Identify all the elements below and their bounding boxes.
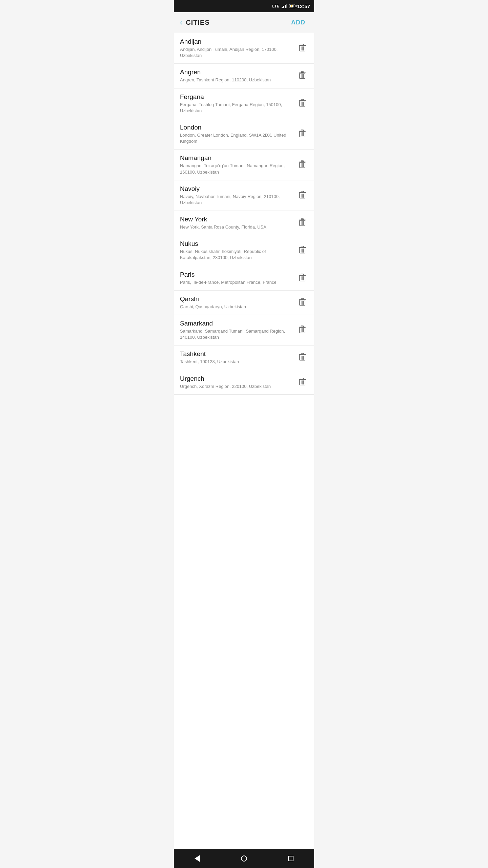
list-item: NukusNukus, Nukus shahri hokimiyati, Rep… bbox=[174, 235, 314, 266]
city-address: Fergana, Toshloq Tumani, Fergana Region,… bbox=[180, 102, 292, 114]
list-item: AndijanAndijan, Andijon Tumani, Andijan … bbox=[174, 33, 314, 64]
svg-rect-59 bbox=[301, 298, 303, 299]
page-header: ‹ CITIES ADD bbox=[174, 12, 314, 33]
list-item: QarshiQarshi, Qashqadaryo, Uzbekistan bbox=[174, 291, 314, 315]
svg-rect-77 bbox=[301, 378, 303, 379]
home-nav-icon bbox=[241, 855, 247, 862]
svg-rect-41 bbox=[301, 219, 303, 220]
city-address: Tashkent, 100128, Uzbekistan bbox=[180, 359, 292, 365]
recents-nav-icon bbox=[288, 856, 293, 861]
lte-label: LTE bbox=[272, 4, 279, 8]
svg-rect-0 bbox=[282, 7, 283, 8]
list-item: LondonLondon, Greater London, England, S… bbox=[174, 119, 314, 150]
delete-city-button[interactable] bbox=[297, 127, 308, 141]
list-item: AngrenAngren, Tashkent Region, 110200, U… bbox=[174, 64, 314, 88]
status-bar: LTE ⚡ 12:57 bbox=[174, 0, 314, 12]
delete-city-button[interactable] bbox=[297, 189, 308, 202]
city-name: Andijan bbox=[180, 38, 292, 45]
city-name: Nukus bbox=[180, 240, 292, 248]
city-address: Angren, Tashkent Region, 110200, Uzbekis… bbox=[180, 77, 292, 83]
city-address: Andijan, Andijon Tumani, Andijan Region,… bbox=[180, 46, 292, 59]
delete-city-button[interactable] bbox=[297, 97, 308, 111]
city-info: AngrenAngren, Tashkent Region, 110200, U… bbox=[180, 68, 297, 83]
svg-rect-2 bbox=[285, 5, 286, 8]
city-info: NukusNukus, Nukus shahri hokimiyati, Rep… bbox=[180, 240, 297, 261]
city-address: Namangan, To'raqo'rg'on Tumani, Namangan… bbox=[180, 163, 292, 175]
back-nav-icon bbox=[195, 855, 200, 862]
city-name: London bbox=[180, 124, 292, 131]
city-info: AndijanAndijan, Andijon Tumani, Andijan … bbox=[180, 38, 297, 59]
delete-city-button[interactable] bbox=[297, 323, 308, 337]
delete-city-button[interactable] bbox=[297, 158, 308, 172]
list-item: SamarkandSamarkand, Samarqand Tumani, Sa… bbox=[174, 315, 314, 346]
city-info: NavoiyNavoiy, Navbahor Tumani, Navoiy Re… bbox=[180, 185, 297, 206]
navigation-bar bbox=[174, 849, 314, 868]
city-address: Paris, Ile-de-France, Metropolitan Franc… bbox=[180, 279, 292, 285]
svg-rect-53 bbox=[301, 274, 303, 275]
city-name: New York bbox=[180, 216, 292, 223]
city-address: Nukus, Nukus shahri hokimiyati, Republic… bbox=[180, 249, 292, 261]
svg-rect-3 bbox=[286, 4, 287, 8]
recents-nav-button[interactable] bbox=[280, 853, 302, 864]
delete-city-button[interactable] bbox=[297, 296, 308, 310]
city-info: QarshiQarshi, Qashqadaryo, Uzbekistan bbox=[180, 295, 297, 310]
city-name: Navoiy bbox=[180, 185, 292, 193]
status-time: 12:57 bbox=[297, 3, 310, 9]
delete-city-button[interactable] bbox=[297, 243, 308, 257]
delete-city-button[interactable] bbox=[297, 271, 308, 285]
svg-rect-23 bbox=[301, 130, 303, 131]
back-button[interactable]: ‹ bbox=[180, 19, 182, 26]
home-nav-button[interactable] bbox=[233, 853, 255, 864]
delete-city-button[interactable] bbox=[297, 351, 308, 364]
signal-icon bbox=[282, 4, 287, 8]
city-info: ParisParis, Ile-de-France, Metropolitan … bbox=[180, 271, 297, 285]
city-name: Tashkent bbox=[180, 350, 292, 358]
city-address: Qarshi, Qashqadaryo, Uzbekistan bbox=[180, 304, 292, 310]
svg-rect-5 bbox=[301, 44, 303, 45]
add-city-button[interactable]: ADD bbox=[288, 18, 308, 27]
city-info: SamarkandSamarkand, Samarqand Tumani, Sa… bbox=[180, 320, 297, 340]
battery-icon: ⚡ bbox=[289, 4, 295, 8]
city-address: Navoiy, Navbahor Tumani, Navoiy Region, … bbox=[180, 194, 292, 206]
page-title: CITIES bbox=[186, 19, 209, 26]
list-item: UrgenchUrgench, Xorazm Region, 220100, U… bbox=[174, 370, 314, 395]
svg-rect-29 bbox=[301, 161, 303, 162]
svg-rect-35 bbox=[301, 191, 303, 192]
list-item: NavoiyNavoiy, Navbahor Tumani, Navoiy Re… bbox=[174, 180, 314, 211]
delete-city-button[interactable] bbox=[297, 375, 308, 389]
svg-rect-17 bbox=[301, 99, 303, 100]
svg-rect-47 bbox=[301, 246, 303, 247]
city-name: Namangan bbox=[180, 154, 292, 162]
city-info: FerganaFergana, Toshloq Tumani, Fergana … bbox=[180, 93, 297, 114]
delete-city-button[interactable] bbox=[297, 41, 308, 55]
back-nav-button[interactable] bbox=[186, 852, 208, 865]
list-item: TashkentTashkent, 100128, Uzbekistan bbox=[174, 346, 314, 370]
city-address: London, Greater London, England, SW1A 2D… bbox=[180, 132, 292, 144]
city-address: Samarkand, Samarqand Tumani, Samarqand R… bbox=[180, 328, 292, 340]
city-info: NamanganNamangan, To'raqo'rg'on Tumani, … bbox=[180, 154, 297, 175]
city-name: Qarshi bbox=[180, 295, 292, 303]
city-name: Angren bbox=[180, 68, 292, 76]
city-address: Urgench, Xorazm Region, 220100, Uzbekist… bbox=[180, 383, 292, 390]
city-info: UrgenchUrgench, Xorazm Region, 220100, U… bbox=[180, 375, 297, 390]
city-list: AndijanAndijan, Andijon Tumani, Andijan … bbox=[174, 33, 314, 849]
svg-rect-71 bbox=[301, 353, 303, 354]
city-name: Urgench bbox=[180, 375, 292, 382]
svg-rect-11 bbox=[301, 72, 303, 73]
city-name: Paris bbox=[180, 271, 292, 278]
city-info: LondonLondon, Greater London, England, S… bbox=[180, 124, 297, 144]
list-item: ParisParis, Ile-de-France, Metropolitan … bbox=[174, 266, 314, 291]
city-name: Fergana bbox=[180, 93, 292, 101]
delete-city-button[interactable] bbox=[297, 69, 308, 83]
city-address: New York, Santa Rosa County, Florida, US… bbox=[180, 224, 292, 230]
list-item: NamanganNamangan, To'raqo'rg'on Tumani, … bbox=[174, 150, 314, 180]
city-name: Samarkand bbox=[180, 320, 292, 327]
header-left: ‹ CITIES bbox=[180, 19, 210, 26]
list-item: New YorkNew York, Santa Rosa County, Flo… bbox=[174, 211, 314, 235]
city-info: TashkentTashkent, 100128, Uzbekistan bbox=[180, 350, 297, 365]
delete-city-button[interactable] bbox=[297, 216, 308, 230]
list-item: FerganaFergana, Toshloq Tumani, Fergana … bbox=[174, 88, 314, 119]
svg-rect-65 bbox=[301, 326, 303, 327]
svg-rect-1 bbox=[283, 6, 284, 8]
city-info: New YorkNew York, Santa Rosa County, Flo… bbox=[180, 216, 297, 230]
